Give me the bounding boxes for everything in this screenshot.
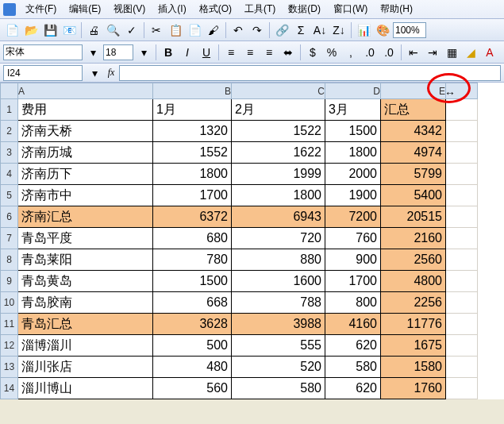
cell[interactable]: 5799 bbox=[381, 164, 446, 185]
cell[interactable]: 淄川张店 bbox=[18, 357, 153, 378]
cell[interactable]: 1800 bbox=[325, 142, 381, 164]
mail-icon[interactable]: 📧 bbox=[60, 21, 78, 39]
row-header[interactable]: 1 bbox=[1, 99, 18, 121]
cell[interactable]: 淄博淄川 bbox=[18, 335, 153, 357]
menu-edit[interactable]: 编辑(E) bbox=[63, 1, 107, 17]
cell[interactable]: 3988 bbox=[232, 314, 325, 335]
cell[interactable]: 555 bbox=[232, 335, 325, 357]
cell[interactable] bbox=[446, 292, 478, 314]
cell[interactable]: 费用 bbox=[18, 99, 153, 121]
name-box[interactable]: I24 bbox=[3, 65, 83, 81]
column-header-c[interactable]: C bbox=[232, 83, 325, 99]
menu-help[interactable]: 帮助(H) bbox=[374, 1, 419, 17]
cell[interactable]: 1700 bbox=[153, 185, 232, 206]
column-header-e[interactable]: E bbox=[381, 83, 446, 99]
fill-color-icon[interactable]: ◢ bbox=[462, 44, 479, 61]
menu-data[interactable]: 数据(D) bbox=[282, 1, 327, 17]
row-header[interactable]: 14 bbox=[1, 378, 18, 399]
cell[interactable] bbox=[446, 185, 478, 206]
cell[interactable]: 4974 bbox=[381, 142, 446, 164]
increase-decimal-icon[interactable]: .0 bbox=[361, 44, 379, 61]
cell[interactable]: 1900 bbox=[325, 185, 381, 206]
cell[interactable]: 580 bbox=[325, 357, 381, 378]
format-painter-icon[interactable]: 🖌 bbox=[205, 21, 222, 39]
cell[interactable]: 济南历下 bbox=[18, 164, 153, 185]
spell-icon[interactable]: ✓ bbox=[123, 21, 140, 39]
cell[interactable]: 2560 bbox=[381, 249, 446, 271]
print-icon[interactable]: 🖨 bbox=[85, 21, 102, 39]
cell[interactable]: 20515 bbox=[381, 206, 446, 228]
row-header[interactable]: 6 bbox=[1, 206, 18, 228]
percent-icon[interactable]: % bbox=[323, 44, 340, 61]
merge-icon[interactable]: ⬌ bbox=[279, 44, 297, 61]
cell[interactable]: 620 bbox=[325, 335, 381, 357]
chart-icon[interactable]: 📊 bbox=[355, 21, 372, 39]
paste-icon[interactable]: 📄 bbox=[186, 21, 203, 39]
cell[interactable]: 青岛莱阳 bbox=[18, 249, 153, 271]
select-all-corner[interactable] bbox=[1, 83, 18, 99]
cell[interactable]: 4342 bbox=[381, 121, 446, 142]
underline-icon[interactable]: U bbox=[198, 44, 215, 61]
cell[interactable]: 济南市中 bbox=[18, 185, 153, 206]
menu-view[interactable]: 视图(V) bbox=[107, 1, 152, 17]
cell[interactable]: 淄川博山 bbox=[18, 378, 153, 399]
cell[interactable] bbox=[446, 314, 478, 335]
zoom-input[interactable] bbox=[393, 22, 426, 38]
dropdown-icon[interactable]: ▾ bbox=[84, 44, 102, 61]
formula-input[interactable] bbox=[119, 65, 501, 81]
align-center-icon[interactable]: ≡ bbox=[241, 44, 259, 61]
row-header[interactable]: 7 bbox=[1, 228, 18, 249]
cell[interactable]: 4800 bbox=[381, 271, 446, 292]
cell[interactable] bbox=[446, 228, 478, 249]
cell[interactable]: 1675 bbox=[381, 335, 446, 357]
sort-asc-icon[interactable]: A↓ bbox=[311, 21, 329, 39]
cell[interactable]: 11776 bbox=[381, 314, 446, 335]
copy-icon[interactable]: 📋 bbox=[167, 21, 184, 39]
cell[interactable]: 济南天桥 bbox=[18, 121, 153, 142]
cell[interactable]: 青岛平度 bbox=[18, 228, 153, 249]
cell[interactable]: 2000 bbox=[325, 164, 381, 185]
cell[interactable] bbox=[446, 271, 478, 292]
cell[interactable]: 5400 bbox=[381, 185, 446, 206]
cell[interactable]: 680 bbox=[153, 228, 232, 249]
cell[interactable]: 4160 bbox=[325, 314, 381, 335]
column-header-a[interactable]: A bbox=[18, 83, 153, 99]
cell[interactable]: 720 bbox=[232, 228, 325, 249]
cell[interactable]: 济南历城 bbox=[18, 142, 153, 164]
dropdown-icon[interactable]: ▾ bbox=[86, 64, 103, 82]
cell[interactable]: 580 bbox=[232, 378, 325, 399]
cell[interactable]: 668 bbox=[153, 292, 232, 314]
cell[interactable]: 760 bbox=[325, 228, 381, 249]
menu-format[interactable]: 格式(O) bbox=[193, 1, 238, 17]
cell[interactable] bbox=[446, 99, 478, 121]
drawing-icon[interactable]: 🎨 bbox=[374, 21, 391, 39]
menu-tools[interactable]: 工具(T) bbox=[238, 1, 282, 17]
cell[interactable]: 1500 bbox=[325, 121, 381, 142]
cut-icon[interactable]: ✂ bbox=[148, 21, 165, 39]
cell[interactable]: 2月 bbox=[232, 99, 325, 121]
cell[interactable] bbox=[446, 378, 478, 399]
cell[interactable]: 3628 bbox=[153, 314, 232, 335]
cell[interactable]: 1月 bbox=[153, 99, 232, 121]
row-header[interactable]: 2 bbox=[1, 121, 18, 142]
cell[interactable]: 1700 bbox=[325, 271, 381, 292]
cell[interactable]: 1999 bbox=[232, 164, 325, 185]
link-icon[interactable]: 🔗 bbox=[273, 21, 290, 39]
cell[interactable]: 788 bbox=[232, 292, 325, 314]
sum-icon[interactable]: Σ bbox=[292, 21, 310, 39]
bold-icon[interactable]: B bbox=[160, 44, 177, 61]
indent-left-icon[interactable]: ⇤ bbox=[405, 44, 422, 61]
cell[interactable]: 780 bbox=[153, 249, 232, 271]
cell[interactable]: 1760 bbox=[381, 378, 446, 399]
row-header[interactable]: 4 bbox=[1, 164, 18, 185]
cell[interactable] bbox=[446, 357, 478, 378]
menu-window[interactable]: 窗口(W) bbox=[327, 1, 374, 17]
cell[interactable]: 800 bbox=[325, 292, 381, 314]
undo-icon[interactable]: ↶ bbox=[229, 21, 247, 39]
row-header[interactable]: 12 bbox=[1, 335, 18, 357]
indent-right-icon[interactable]: ⇥ bbox=[424, 44, 441, 61]
align-right-icon[interactable]: ≡ bbox=[260, 44, 278, 61]
row-header[interactable]: 3 bbox=[1, 142, 18, 164]
cell[interactable]: 青岛胶南 bbox=[18, 292, 153, 314]
cell[interactable]: 7200 bbox=[325, 206, 381, 228]
